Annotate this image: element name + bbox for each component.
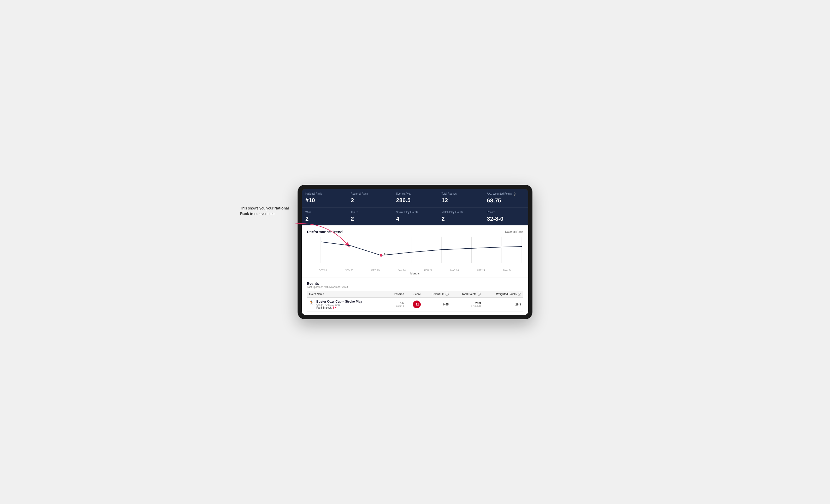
stat-avg-weighted: Avg. Weighted Points i 68.75	[483, 189, 528, 207]
stat-top3s-label: Top 3s	[351, 210, 389, 214]
stat-scoring-avg-label: Scoring Avg.	[396, 192, 434, 195]
event-name-container: 🏌 Buster Cozy Cup – Stroke Play Oct 9 – …	[309, 300, 384, 309]
avg-weighted-info-icon: i	[513, 193, 516, 196]
col-score: Score	[406, 291, 423, 298]
stat-match-play-value: 2	[441, 215, 479, 222]
stat-national-rank-label: National Rank	[306, 192, 343, 195]
event-score-cell: -22	[406, 297, 423, 311]
event-position-cell: 6th out of 7	[386, 297, 406, 311]
tablet: National Rank #10 Regional Rank 2 Scorin…	[297, 185, 533, 319]
x-label-oct23: OCT 23	[310, 269, 336, 272]
stat-national-rank: National Rank #10	[302, 189, 347, 207]
event-total-points-value: 28.3	[453, 302, 481, 305]
rank-arrow-down-icon: ▼	[334, 306, 337, 309]
stat-national-rank-value: #10	[306, 197, 343, 204]
events-header-row: Event Name Position Score Event SG i Tot…	[307, 291, 523, 298]
stat-total-rounds-value: 12	[441, 197, 479, 204]
event-weighted-points-value: 28.3	[485, 303, 521, 306]
stat-avg-weighted-value: 68.75	[487, 197, 524, 204]
stat-wins-value: 2	[306, 215, 343, 222]
performance-chart: #10	[307, 237, 523, 268]
event-position-value: 6th	[388, 302, 404, 305]
event-score-badge: -22	[413, 301, 421, 308]
x-label-may24: MAY 24	[494, 269, 520, 272]
x-label-nov23: NOV 23	[336, 269, 362, 272]
x-label-feb24: FEB 24	[415, 269, 441, 272]
stat-record-label: Record	[487, 210, 524, 214]
col-weighted-points: Weighted Points i	[483, 291, 523, 298]
annotation: This shows you your National Rank trend …	[240, 206, 292, 216]
stat-stroke-play-label: Stroke Play Events	[396, 210, 434, 214]
stat-stroke-play: Stroke Play Events 4	[392, 207, 438, 225]
stat-regional-rank-label: Regional Rank	[351, 192, 389, 195]
event-rank-impact: Rank Impact: 3 ▼	[316, 306, 362, 309]
event-name-details: Buster Cozy Cup – Stroke Play Oct 9 – Oc…	[316, 300, 362, 309]
event-total-points-cell: 28.3 3 Rounds	[451, 297, 483, 311]
stat-match-play-label: Match Play Events	[441, 210, 479, 214]
stats-row2: Wins 2 Top 3s 2 Stroke Play Events 4 Mat…	[302, 207, 528, 225]
event-sg-info-icon: i	[446, 293, 449, 296]
x-label-jan24: JAN 24	[389, 269, 415, 272]
stat-scoring-avg: Scoring Avg. 286.5	[392, 189, 438, 207]
stat-total-rounds: Total Rounds 12	[438, 189, 483, 207]
col-event-name: Event Name	[307, 291, 386, 298]
chart-x-axis-title: Months	[307, 272, 523, 275]
events-table: Event Name Position Score Event SG i Tot…	[307, 291, 523, 311]
x-label-apr24: APR 24	[468, 269, 494, 272]
table-row: 🏌 Buster Cozy Cup – Stroke Play Oct 9 – …	[307, 297, 523, 311]
annotation-text-after: trend over time	[249, 211, 274, 216]
stat-total-rounds-label: Total Rounds	[441, 192, 479, 195]
x-label-dec23: DEC 23	[362, 269, 389, 272]
event-name-cell: 🏌 Buster Cozy Cup – Stroke Play Oct 9 – …	[307, 297, 386, 311]
performance-section: Performance Trend National Rank	[302, 225, 528, 278]
stat-match-play: Match Play Events 2	[438, 207, 483, 225]
event-sg-cell: 0.45	[423, 297, 451, 311]
stat-regional-rank: Regional Rank 2	[347, 189, 392, 207]
stat-record: Record 32-8-0	[483, 207, 528, 225]
col-total-points: Total Points i	[451, 291, 483, 298]
chart-container: #10	[307, 237, 523, 268]
events-subtitle: Last updated: 24th November 2023	[307, 285, 523, 289]
rank-impact-value: 3	[332, 306, 334, 309]
stats-row1: National Rank #10 Regional Rank 2 Scorin…	[302, 189, 528, 207]
event-position-sub: out of 7	[388, 305, 404, 307]
event-date: Oct 9 – Oct 10, 2023	[316, 303, 362, 306]
stat-top3s: Top 3s 2	[347, 207, 392, 225]
event-name-main: Buster Cozy Cup – Stroke Play	[316, 300, 362, 303]
svg-point-9	[380, 254, 382, 257]
events-table-header: Event Name Position Score Event SG i Tot…	[307, 291, 523, 298]
performance-header: Performance Trend National Rank	[307, 230, 523, 234]
outer-wrapper: This shows you your National Rank trend …	[297, 185, 533, 319]
total-points-info-icon: i	[478, 293, 481, 296]
rank-impact-label: Rank Impact:	[316, 306, 332, 309]
svg-text:#10: #10	[384, 252, 388, 255]
events-section: Events Last updated: 24th November 2023 …	[302, 278, 528, 315]
stat-record-value: 32-8-0	[487, 215, 524, 222]
stat-top3s-value: 2	[351, 215, 389, 222]
weighted-points-info-icon: i	[518, 293, 521, 296]
stat-avg-weighted-label: Avg. Weighted Points i	[487, 192, 524, 195]
chart-x-labels: OCT 23 NOV 23 DEC 23 JAN 24 FEB 24 MAR 2…	[307, 269, 523, 272]
annotation-text-before: This shows you your	[240, 206, 275, 210]
col-position: Position	[386, 291, 406, 298]
event-golf-icon: 🏌	[309, 300, 314, 305]
events-title: Events	[307, 281, 523, 285]
performance-legend: National Rank	[505, 230, 523, 233]
event-sg-value: 0.45	[425, 303, 449, 306]
col-event-sg: Event SG i	[423, 291, 451, 298]
stat-scoring-avg-value: 286.5	[396, 197, 434, 204]
x-label-mar24: MAR 24	[441, 269, 468, 272]
stat-wins: Wins 2	[302, 207, 347, 225]
stat-regional-rank-value: 2	[351, 197, 389, 204]
tablet-screen: National Rank #10 Regional Rank 2 Scorin…	[302, 189, 528, 315]
performance-title: Performance Trend	[307, 230, 343, 234]
stat-stroke-play-value: 4	[396, 215, 434, 222]
stat-wins-label: Wins	[306, 210, 343, 214]
events-table-body: 🏌 Buster Cozy Cup – Stroke Play Oct 9 – …	[307, 297, 523, 311]
event-weighted-points-cell: 28.3	[483, 297, 523, 311]
event-total-points-sub: 3 Rounds	[453, 305, 481, 307]
